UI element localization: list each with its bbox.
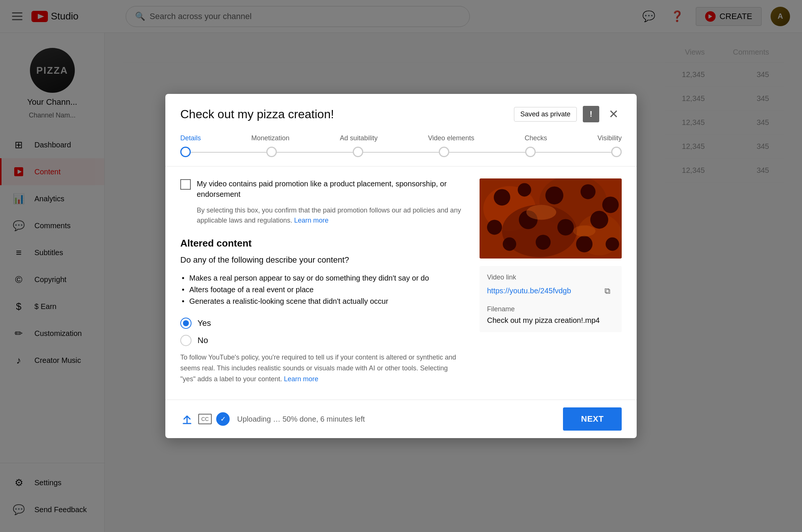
step-circle-checks[interactable] [525, 147, 536, 157]
modal-header: Check out my pizza creation! Saved as pr… [165, 94, 637, 131]
filename-value: Check out my pizza creation!.mp4 [487, 316, 614, 325]
paid-promo-label: My video contains paid promotion like a … [197, 178, 465, 199]
bullet-item-2: Alters footage of a real event or place [180, 284, 465, 296]
svg-point-21 [606, 237, 619, 251]
svg-point-23 [573, 225, 596, 236]
altered-learn-more[interactable]: Learn more [284, 375, 318, 383]
paid-promo-desc: By selecting this box, you confirm that … [197, 205, 465, 226]
modal: Check out my pizza creation! Saved as pr… [165, 94, 637, 438]
upload-status-text: Uploading … 50% done, 6 minutes left [237, 415, 365, 424]
svg-point-22 [526, 205, 556, 220]
paid-promo-desc-text: By selecting this box, you confirm that … [197, 207, 461, 224]
step-label-checks[interactable]: Checks [525, 134, 547, 142]
paid-promo-section: My video contains paid promotion like a … [180, 178, 465, 226]
radio-yes-label: Yes [198, 318, 211, 328]
svg-point-13 [602, 196, 619, 213]
step-label-monetization[interactable]: Monetization [251, 134, 290, 142]
step-circle-video-elements[interactable] [439, 147, 449, 157]
radio-yes-outer[interactable] [180, 318, 192, 329]
close-modal-button[interactable]: ✕ [605, 106, 622, 122]
step-circle-visibility[interactable] [611, 147, 622, 157]
radio-no-outer[interactable] [180, 335, 192, 346]
upload-check-icon: ✓ [216, 412, 230, 426]
next-button[interactable]: NEXT [563, 407, 622, 431]
steps-circles [180, 147, 622, 157]
bullet-item-1: Makes a real person appear to say or do … [180, 272, 465, 284]
step-labels-row: Details Monetization Ad suitability Vide… [180, 134, 622, 142]
svg-point-18 [536, 235, 551, 250]
altered-content-title: Altered content [180, 238, 465, 249]
video-info-box: Video link https://youtu.be/245fvdgb ⧉ F… [480, 266, 622, 332]
upload-icon-area: CC ✓ [180, 412, 230, 426]
step-circle-monetization[interactable] [266, 147, 277, 157]
modal-body: My video contains paid promotion like a … [165, 166, 637, 400]
step-circle-details[interactable] [180, 147, 191, 157]
copy-link-icon[interactable]: ⧉ [601, 284, 614, 298]
svg-point-17 [590, 211, 608, 229]
upload-arrow-svg [180, 412, 194, 426]
video-thumbnail-svg [480, 178, 622, 259]
video-thumbnail [480, 178, 622, 259]
modal-overlay: Check out my pizza creation! Saved as pr… [0, 0, 802, 532]
modal-video-sidebar: Video link https://youtu.be/245fvdgb ⧉ F… [480, 178, 622, 388]
step-label-ad-suitability[interactable]: Ad suitability [340, 134, 377, 142]
steps-container: Details Monetization Ad suitability Vide… [165, 131, 637, 166]
svg-point-16 [557, 219, 574, 235]
step-label-details[interactable]: Details [180, 134, 201, 142]
modal-title: Check out my pizza creation! [180, 107, 334, 121]
filename-label: Filename [487, 305, 614, 313]
step-label-visibility[interactable]: Visibility [597, 134, 622, 142]
svg-point-19 [503, 237, 516, 251]
radio-yes-inner [183, 320, 189, 326]
info-icon-button[interactable]: ! [583, 106, 599, 122]
radio-no-row[interactable]: No [180, 335, 465, 346]
paid-promo-checkbox[interactable] [180, 179, 191, 190]
svg-point-12 [581, 184, 596, 199]
subtitles-icon: CC [198, 414, 212, 424]
svg-point-11 [545, 186, 563, 204]
step-circle-ad-suitability[interactable] [353, 147, 363, 157]
video-link-row: https://youtu.be/245fvdgb ⧉ [487, 284, 614, 298]
modal-header-right: Saved as private ! ✕ [514, 106, 622, 122]
modal-form: My video contains paid promotion like a … [180, 178, 465, 388]
video-link-url[interactable]: https://youtu.be/245fvdgb [487, 287, 571, 295]
paid-promo-learn-more[interactable]: Learn more [294, 217, 328, 224]
svg-point-14 [487, 220, 502, 235]
altered-content-section: Altered content Do any of the following … [180, 238, 465, 384]
footer-left: CC ✓ Uploading … 50% done, 6 minutes lef… [180, 412, 365, 426]
video-link-label: Video link [487, 273, 614, 281]
altered-content-bullets: Makes a real person appear to say or do … [180, 272, 465, 307]
svg-point-20 [576, 236, 593, 252]
radio-no-label: No [198, 336, 208, 345]
upload-arrow-icon [180, 412, 194, 426]
bullet-item-3: Generates a realistic-looking scene that… [180, 296, 465, 307]
svg-point-9 [494, 189, 510, 205]
paid-promo-checkbox-row: My video contains paid promotion like a … [180, 178, 465, 199]
steps-line [180, 152, 622, 153]
saved-as-private-badge: Saved as private [514, 107, 577, 122]
step-label-video-elements[interactable]: Video elements [428, 134, 474, 142]
altered-content-desc: To follow YouTube's policy, you're requi… [180, 352, 465, 384]
radio-yes-row[interactable]: Yes [180, 318, 465, 329]
modal-footer: CC ✓ Uploading … 50% done, 6 minutes lef… [165, 400, 637, 438]
svg-point-10 [518, 183, 531, 196]
altered-content-question: Do any of the following describe your co… [180, 255, 465, 265]
